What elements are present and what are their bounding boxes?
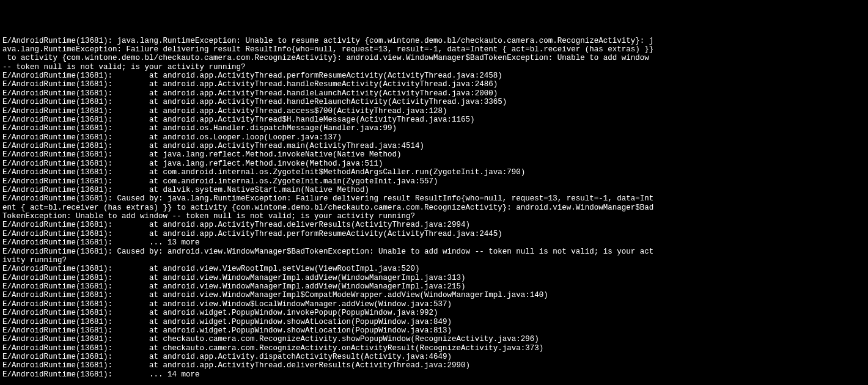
log-line: E/AndroidRuntime(13681): at com.android.… xyxy=(2,168,866,177)
log-line: E/AndroidRuntime(13681): at android.app.… xyxy=(2,89,866,98)
log-line: E/AndroidRuntime(13681): Caused by: andr… xyxy=(2,248,866,256)
log-line: E/AndroidRuntime(13681): at android.app.… xyxy=(2,116,866,124)
log-line: E/AndroidRuntime(13681): at java.lang.re… xyxy=(2,160,866,168)
log-line: E/AndroidRuntime(13681): at dalvik.syste… xyxy=(2,186,866,194)
log-line: -- token null is not valid; is your acti… xyxy=(2,63,866,72)
log-line: E/AndroidRuntime(13681): at android.app.… xyxy=(2,142,866,150)
log-line: E/AndroidRuntime(13681): at com.android.… xyxy=(2,177,866,186)
log-line: E/AndroidRuntime(13681): at checkauto.ca… xyxy=(2,335,866,343)
log-line: E/AndroidRuntime(13681): at android.widg… xyxy=(2,309,866,317)
log-line: ivity running? xyxy=(2,256,866,265)
log-line: E/AndroidRuntime(13681): Caused by: java… xyxy=(2,194,866,203)
log-line: to activity {com.wintone.demo.bl/checkau… xyxy=(2,54,866,62)
log-line: E/AndroidRuntime(13681): at android.widg… xyxy=(2,318,866,326)
terminal-output: E/AndroidRuntime(13681): java.lang.Runti… xyxy=(2,37,866,380)
log-line: E/AndroidRuntime(13681): ... 13 more xyxy=(2,238,866,247)
log-line: TokenException: Unable to add window -- … xyxy=(2,212,866,221)
log-line: ava.lang.RuntimeException: Failure deliv… xyxy=(2,45,866,54)
log-line: E/AndroidRuntime(13681): at android.app.… xyxy=(2,72,866,80)
log-line: E/AndroidRuntime(13681): java.lang.Runti… xyxy=(2,37,866,45)
log-line: E/AndroidRuntime(13681): at checkauto.ca… xyxy=(2,344,866,353)
log-line: E/AndroidRuntime(13681): at android.app.… xyxy=(2,361,866,370)
log-line: E/AndroidRuntime(13681): at android.app.… xyxy=(2,221,866,229)
log-line: ent { act=bl.receiver (has extras) }} to… xyxy=(2,204,866,212)
log-line: E/AndroidRuntime(13681): at android.view… xyxy=(2,300,866,309)
log-line: E/AndroidRuntime(13681): at android.view… xyxy=(2,265,866,273)
log-line: E/AndroidRuntime(13681): at android.view… xyxy=(2,274,866,282)
log-line: E/AndroidRuntime(13681): at android.app.… xyxy=(2,98,866,106)
log-line: E/AndroidRuntime(13681): at android.app.… xyxy=(2,230,866,238)
log-line: E/AndroidRuntime(13681): at android.view… xyxy=(2,291,866,299)
log-line: E/AndroidRuntime(13681): at java.lang.re… xyxy=(2,150,866,159)
log-line: E/AndroidRuntime(13681): at android.app.… xyxy=(2,353,866,361)
log-line: E/AndroidRuntime(13681): ... 14 more xyxy=(2,370,866,379)
log-line: E/AndroidRuntime(13681): at android.app.… xyxy=(2,80,866,89)
log-line: E/AndroidRuntime(13681): at android.app.… xyxy=(2,107,866,116)
log-line: E/AndroidRuntime(13681): at android.widg… xyxy=(2,326,866,335)
log-line: E/AndroidRuntime(13681): at android.os.L… xyxy=(2,133,866,142)
log-line: E/AndroidRuntime(13681): at android.os.H… xyxy=(2,124,866,133)
log-line: E/AndroidRuntime(13681): at android.view… xyxy=(2,282,866,291)
